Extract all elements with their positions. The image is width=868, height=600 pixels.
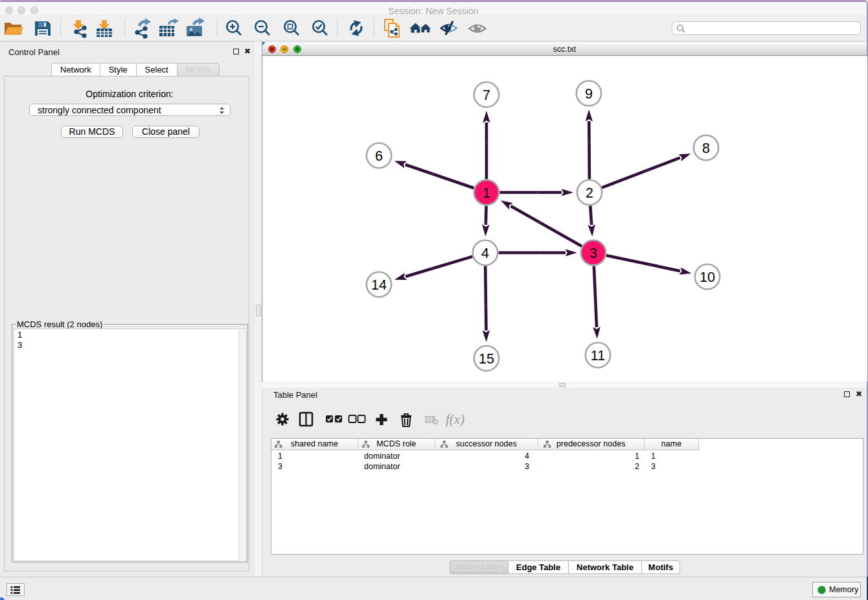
- svg-text:11: 11: [591, 348, 605, 363]
- svg-text:4: 4: [481, 246, 489, 261]
- svg-text:10: 10: [700, 270, 715, 285]
- svg-text:3: 3: [589, 246, 597, 261]
- svg-text:1: 1: [483, 185, 490, 201]
- svg-text:f(x): f(x): [446, 411, 464, 427]
- svg-text:14: 14: [371, 277, 387, 293]
- svg-text:8: 8: [702, 141, 710, 156]
- svg-text:7: 7: [483, 87, 490, 103]
- svg-text:6: 6: [375, 148, 383, 164]
- svg-text:2: 2: [586, 185, 593, 201]
- svg-text:9: 9: [585, 86, 593, 102]
- svg-text:15: 15: [479, 351, 494, 367]
